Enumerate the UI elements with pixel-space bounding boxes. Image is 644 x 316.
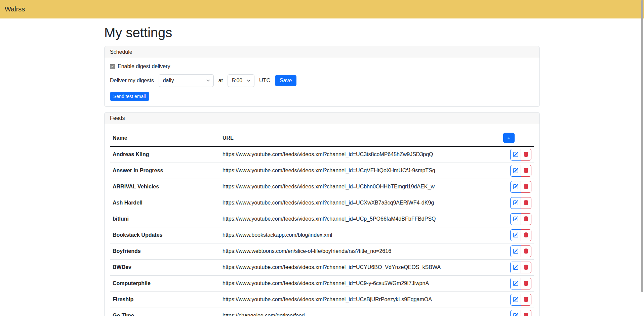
feed-name: Answer In Progress bbox=[110, 163, 220, 179]
row-actions bbox=[510, 181, 531, 193]
feed-url: https://www.bookstackapp.com/blog/index.… bbox=[220, 227, 500, 243]
delete-button[interactable] bbox=[521, 294, 531, 306]
delete-button[interactable] bbox=[521, 149, 531, 161]
feeds-card: Feeds Name URL + Andreas Kling https://w… bbox=[104, 112, 540, 316]
feed-url: https://www.youtube.com/feeds/videos.xml… bbox=[220, 195, 500, 211]
edit-button[interactable] bbox=[510, 262, 521, 273]
table-row: ARRIVAL Vehicles https://www.youtube.com… bbox=[110, 179, 534, 195]
pencil-square-icon bbox=[513, 168, 518, 173]
table-row: Ash Hardell https://www.youtube.com/feed… bbox=[110, 195, 534, 211]
delete-button[interactable] bbox=[521, 213, 531, 225]
feed-name: Bookstack Updates bbox=[110, 227, 220, 243]
trash-icon bbox=[523, 281, 529, 286]
pencil-square-icon bbox=[513, 216, 518, 222]
delete-button[interactable] bbox=[521, 229, 531, 241]
feed-name: BWDev bbox=[110, 259, 220, 275]
delete-button[interactable] bbox=[521, 165, 531, 177]
row-actions bbox=[510, 229, 531, 241]
feed-url: https://www.youtube.com/feeds/videos.xml… bbox=[220, 146, 500, 163]
edit-button[interactable] bbox=[510, 197, 521, 209]
row-actions bbox=[510, 149, 531, 161]
table-row: Answer In Progress https://www.youtube.c… bbox=[110, 163, 534, 179]
edit-button[interactable] bbox=[510, 165, 521, 177]
save-button[interactable]: Save bbox=[275, 75, 296, 86]
edit-button[interactable] bbox=[510, 294, 521, 306]
feeds-card-body: Name URL + Andreas Kling https://www.you… bbox=[105, 124, 539, 316]
vertical-scrollbar[interactable] bbox=[641, 0, 643, 292]
pencil-square-icon bbox=[513, 184, 518, 189]
feeds-card-header: Feeds bbox=[105, 112, 539, 124]
table-row: Andreas Kling https://www.youtube.com/fe… bbox=[110, 146, 534, 163]
feed-url: https://www.youtube.com/feeds/videos.xml… bbox=[220, 259, 500, 275]
trash-icon bbox=[523, 200, 529, 206]
feed-name: Andreas Kling bbox=[110, 146, 220, 163]
edit-button[interactable] bbox=[510, 181, 521, 193]
feed-name: bitluni bbox=[110, 211, 220, 227]
table-row: Fireship https://www.youtube.com/feeds/v… bbox=[110, 291, 534, 308]
pencil-square-icon bbox=[513, 249, 518, 254]
trash-icon bbox=[523, 249, 529, 254]
pencil-square-icon bbox=[513, 281, 518, 286]
table-row: Go Time https://changelog.com/gotime/fee… bbox=[110, 308, 534, 316]
row-actions bbox=[510, 278, 531, 289]
row-actions bbox=[510, 245, 531, 257]
edit-button[interactable] bbox=[510, 278, 521, 289]
delete-button[interactable] bbox=[521, 278, 531, 289]
edit-button[interactable] bbox=[510, 310, 521, 316]
frequency-select[interactable]: daily bbox=[159, 74, 214, 87]
feeds-table-header-row: Name URL + bbox=[110, 130, 534, 146]
edit-button[interactable] bbox=[510, 229, 521, 241]
row-actions bbox=[510, 165, 531, 177]
time-select[interactable]: 5:00 bbox=[228, 74, 254, 87]
at-label: at bbox=[218, 78, 223, 84]
delete-button[interactable] bbox=[521, 310, 531, 316]
feeds-table: Name URL + Andreas Kling https://www.you… bbox=[110, 130, 534, 316]
feed-url: https://www.webtoons.com/en/slice-of-lif… bbox=[220, 243, 500, 259]
row-actions bbox=[510, 197, 531, 209]
delete-button[interactable] bbox=[521, 181, 531, 193]
trash-icon bbox=[523, 232, 529, 238]
delete-button[interactable] bbox=[521, 262, 531, 273]
feed-name: ARRIVAL Vehicles bbox=[110, 179, 220, 195]
main-container: My settings Schedule ✓ Enable digest del… bbox=[100, 25, 544, 316]
row-actions bbox=[510, 213, 531, 225]
chevron-down-icon bbox=[206, 79, 210, 83]
navbar-brand[interactable]: Walrss bbox=[5, 5, 25, 13]
feed-name: Fireship bbox=[110, 291, 220, 308]
page-title: My settings bbox=[104, 25, 540, 41]
column-header-name: Name bbox=[110, 130, 220, 146]
enable-digest-label: Enable digest delivery bbox=[118, 63, 170, 70]
pencil-square-icon bbox=[513, 200, 518, 206]
edit-button[interactable] bbox=[510, 213, 521, 225]
add-feed-button[interactable]: + bbox=[503, 133, 515, 143]
enable-digest-checkbox[interactable]: ✓ bbox=[110, 64, 115, 69]
navbar: Walrss bbox=[0, 0, 644, 18]
trash-icon bbox=[523, 297, 529, 302]
row-actions bbox=[510, 294, 531, 306]
feed-name: Go Time bbox=[110, 308, 220, 316]
table-row: bitluni https://www.youtube.com/feeds/vi… bbox=[110, 211, 534, 227]
send-test-email-button[interactable]: Send test email bbox=[110, 92, 149, 101]
trash-icon bbox=[523, 265, 529, 270]
chevron-down-icon bbox=[247, 79, 251, 83]
delete-button[interactable] bbox=[521, 197, 531, 209]
trash-icon bbox=[523, 168, 529, 173]
feed-url: https://www.youtube.com/feeds/videos.xml… bbox=[220, 179, 500, 195]
edit-button[interactable] bbox=[510, 149, 521, 161]
delete-button[interactable] bbox=[521, 245, 531, 257]
feed-name: Boyfriends bbox=[110, 243, 220, 259]
edit-button[interactable] bbox=[510, 245, 521, 257]
trash-icon bbox=[523, 216, 529, 222]
pencil-square-icon bbox=[513, 297, 518, 302]
feed-name: Computerphile bbox=[110, 275, 220, 291]
deliver-digests-label: Deliver my digests bbox=[110, 78, 154, 84]
schedule-card-header: Schedule bbox=[105, 46, 539, 58]
table-row: Boyfriends https://www.webtoons.com/en/s… bbox=[110, 243, 534, 259]
row-actions bbox=[510, 310, 531, 316]
feed-name: Ash Hardell bbox=[110, 195, 220, 211]
pencil-square-icon bbox=[513, 265, 518, 270]
schedule-card: Schedule ✓ Enable digest delivery Delive… bbox=[104, 46, 540, 107]
pencil-square-icon bbox=[513, 152, 518, 157]
schedule-card-body: ✓ Enable digest delivery Deliver my dige… bbox=[105, 58, 539, 106]
trash-icon bbox=[523, 184, 529, 189]
